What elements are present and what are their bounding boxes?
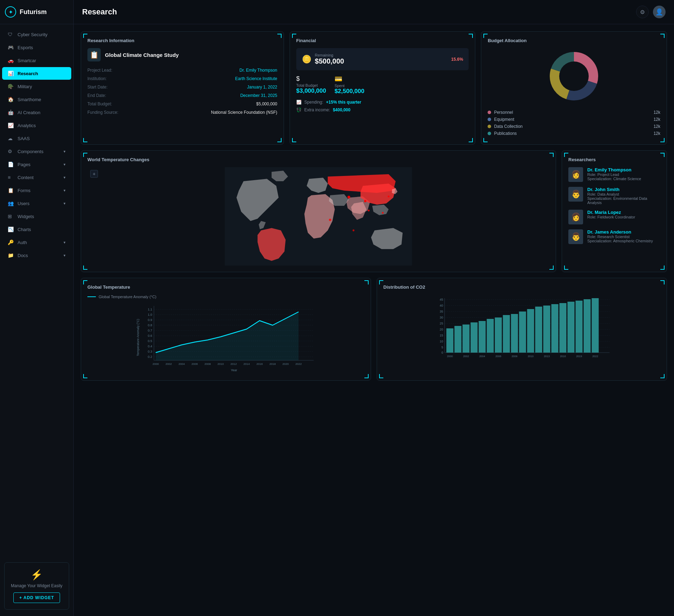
legend-item: Equipment 12k <box>488 117 660 122</box>
spending-stat: 📈 Spending: +15% this quarter <box>296 100 469 105</box>
svg-text:2020: 2020 <box>283 362 289 366</box>
svg-text:2022: 2022 <box>592 355 598 358</box>
svg-text:30: 30 <box>440 316 443 319</box>
legend-label: Global Temperature Anomaly (°C) <box>99 295 156 299</box>
financial-title: Financial <box>296 38 469 43</box>
svg-text:Year: Year <box>231 368 237 372</box>
svg-rect-80 <box>519 312 526 353</box>
sidebar-item-cyber-security[interactable]: 🛡 Cyber Security <box>2 28 71 41</box>
widget-text: Manage Your Widget Easily <box>9 583 64 588</box>
sidebar-item-label: Pages <box>18 162 31 167</box>
field-label: Funding Source: <box>87 110 118 115</box>
smartcar-icon: 🚗 <box>8 58 14 63</box>
svg-rect-79 <box>511 314 518 353</box>
sidebar-item-label: Components <box>18 149 44 154</box>
sidebar-item-auth[interactable]: 🔑 Auth ▾ <box>2 236 71 249</box>
dollar-icon: $ <box>296 75 326 83</box>
sidebar-item-docs[interactable]: 📁 Docs ▾ <box>2 249 71 262</box>
settings-button[interactable]: ⚙ <box>636 6 649 18</box>
analytics-icon: 📈 <box>8 123 14 128</box>
remaining-pct: 15.6% <box>451 57 463 62</box>
svg-text:45: 45 <box>440 298 443 301</box>
legend-label-text: Personnel <box>488 110 513 115</box>
svg-rect-86 <box>568 302 575 353</box>
sidebar-item-content[interactable]: ≡ Content ▾ <box>2 171 71 184</box>
researcher-info: Dr. John Smith Role: Data Analyst Specia… <box>587 187 660 205</box>
svg-text:0.2: 0.2 <box>148 355 152 359</box>
researcher-info: Dr. Emily Thompson Role: Project Lead Sp… <box>587 167 641 182</box>
svg-rect-72 <box>455 326 462 353</box>
svg-text:40: 40 <box>440 304 443 307</box>
researcher-avatar: 👨 <box>568 187 583 202</box>
info-row: Total Budget: $5,000,000 <box>87 101 277 106</box>
users-icon: 👥 <box>8 201 14 206</box>
sidebar-item-charts[interactable]: 📉 Charts <box>2 223 71 236</box>
charts-row: Global Temperature Global Temperature An… <box>81 278 667 381</box>
main-content: Research ⚙ 👤 Research Information 📋 Glob… <box>74 0 674 616</box>
svg-text:2022: 2022 <box>296 362 302 366</box>
map-row: World Temperature Changes + <box>81 150 667 272</box>
svg-point-11 <box>352 229 354 231</box>
sidebar-item-smarthome[interactable]: 🏠 Smarthome <box>2 93 71 106</box>
field-value: January 1, 2022 <box>247 85 277 90</box>
budget-card: Budget Allocation Personnel 12k <box>481 31 667 145</box>
svg-marker-48 <box>156 312 299 360</box>
svg-text:2008: 2008 <box>511 355 517 358</box>
field-value: December 31, 2025 <box>240 93 277 98</box>
topbar-actions: ⚙ 👤 <box>636 6 666 18</box>
temp-chart-area: 0.2 0.3 0.4 0.5 0.6 0.7 0.8 0.9 1.0 1.1 … <box>87 302 364 374</box>
sidebar-item-label: SAAS <box>18 136 30 141</box>
sidebar-item-esports[interactable]: 🎮 Esports <box>2 41 71 54</box>
svg-rect-84 <box>551 304 559 353</box>
budget-title: Budget Allocation <box>488 38 660 43</box>
sidebar-item-label: Research <box>18 71 38 76</box>
sidebar-item-research[interactable]: 📊 Research <box>2 67 71 80</box>
sidebar-item-pages[interactable]: 📄 Pages ▾ <box>2 158 71 171</box>
sidebar: ✦ Futurism 🛡 Cyber Security 🎮 Esports 🚗 … <box>0 0 74 616</box>
field-value: Earth Science Institute <box>235 76 277 81</box>
sidebar-item-military[interactable]: 🪖 Military <box>2 80 71 93</box>
researcher-info: Dr. Maria Lopez Role: Fieldwork Coordina… <box>587 210 635 224</box>
spending-value: +15% this quarter <box>326 100 361 105</box>
field-label: Project Lead: <box>87 68 112 73</box>
income-icon: 💱 <box>296 107 302 112</box>
esports-icon: 🎮 <box>8 45 14 50</box>
logo: ✦ Futurism <box>0 0 73 24</box>
map-zoom-button[interactable]: + <box>90 170 98 178</box>
svg-text:2016: 2016 <box>257 362 263 366</box>
svg-rect-83 <box>543 306 550 353</box>
sidebar-item-ai-creation[interactable]: 🤖 AI Creation <box>2 106 71 119</box>
chevron-icon: ▾ <box>64 162 66 167</box>
widget-icon: ⚡ <box>9 569 64 581</box>
charts-icon: 📉 <box>8 227 14 232</box>
svg-text:15: 15 <box>440 334 443 337</box>
sidebar-item-label: Charts <box>18 227 31 232</box>
svg-rect-71 <box>447 328 454 353</box>
avatar-icon: 👤 <box>655 8 663 16</box>
sidebar-item-forms[interactable]: 📋 Forms ▾ <box>2 184 71 197</box>
sidebar-item-components[interactable]: ⚙ Components ▾ <box>2 145 71 158</box>
svg-rect-89 <box>592 298 599 353</box>
sidebar-item-users[interactable]: 👥 Users ▾ <box>2 197 71 210</box>
svg-text:0.8: 0.8 <box>148 323 152 327</box>
add-widget-button[interactable]: + ADD WIDGET <box>13 592 60 603</box>
sidebar-item-analytics[interactable]: 📈 Analytics <box>2 119 71 132</box>
field-value: Dr. Emily Thompson <box>239 68 277 73</box>
research-info-card: Research Information 📋 Global Climate Ch… <box>81 31 284 145</box>
researcher-name: Dr. James Anderson <box>587 229 653 235</box>
svg-text:2019: 2019 <box>576 355 582 358</box>
sidebar-item-widgets[interactable]: ⊞ Widgets <box>2 210 71 223</box>
researcher-item: 👩 Dr. Maria Lopez Role: Fieldwork Coordi… <box>568 210 660 224</box>
spent-label: Spent <box>335 84 364 88</box>
svg-text:2002: 2002 <box>166 362 172 366</box>
ai-creation-icon: 🤖 <box>8 110 14 115</box>
sidebar-item-label: Widgets <box>18 214 34 219</box>
svg-text:2013: 2013 <box>544 355 550 358</box>
legend-dot <box>488 118 491 121</box>
sidebar-item-saas[interactable]: ☁ SAAS <box>2 132 71 145</box>
sidebar-item-smartcar[interactable]: 🚗 Smartcar <box>2 54 71 67</box>
user-avatar[interactable]: 👤 <box>653 6 666 18</box>
svg-rect-77 <box>495 317 502 353</box>
researcher-spec: Specialization: Environmental Data Analy… <box>587 196 660 205</box>
total-budget-col: $ Total Budget $3,000,000 <box>296 75 326 95</box>
